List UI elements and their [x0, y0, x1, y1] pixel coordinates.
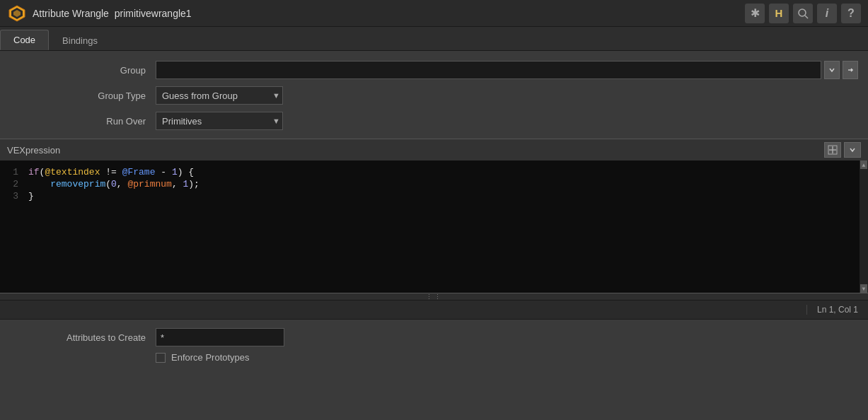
code-vscroll[interactable]: ▲ ▼	[860, 161, 868, 293]
run-over-control: Primitives Points Edges Vertices Detail …	[156, 112, 868, 130]
code-editor[interactable]: 1 if(@textindex != @Frame - 1) { 2 remov…	[0, 161, 868, 293]
group-type-row: Group Type Guess from Group Primitives P…	[0, 85, 868, 106]
run-over-row: Run Over Primitives Points Edges Vertice…	[0, 110, 868, 132]
vex-title: VEXpression	[7, 145, 60, 156]
help-icon[interactable]: ?	[841, 4, 861, 23]
code-content-2: removeprim(0, @primnum, 1);	[28, 179, 858, 189]
vex-menu-button[interactable]	[844, 142, 861, 158]
group-select-button[interactable]	[843, 61, 858, 79]
line-num-2: 2	[0, 179, 28, 189]
scroll-up-icon[interactable]: ▲	[860, 161, 867, 169]
enforce-prototypes-row: Enforce Prototypes	[156, 352, 868, 363]
group-control	[156, 61, 858, 79]
line-num-1: 1	[0, 167, 28, 177]
group-type-select-wrapper: Guess from Group Primitives Points Edges…	[156, 86, 283, 105]
group-label: Group	[0, 65, 156, 76]
enforce-prototypes-checkbox[interactable]	[156, 353, 166, 363]
run-over-select[interactable]: Primitives Points Edges Vertices Detail	[156, 112, 283, 130]
group-type-label: Group Type	[0, 91, 156, 101]
vex-header: VEXpression	[0, 139, 868, 161]
tabs-bar: Code Bindings	[0, 27, 868, 51]
resize-dots-icon: ⋮⋮	[426, 293, 443, 301]
attrs-row: Attributes to Create	[0, 328, 868, 346]
bottom-section: Attributes to Create Enforce Prototypes	[0, 320, 868, 368]
group-type-select[interactable]: Guess from Group Primitives Points Edges…	[156, 86, 283, 105]
code-content-3: }	[28, 191, 858, 202]
status-bar: Ln 1, Col 1	[0, 300, 868, 320]
tab-bindings[interactable]: Bindings	[49, 30, 111, 50]
title-bar: Attribute Wrangle primitivewrangle1 ✱ H …	[0, 0, 868, 27]
run-over-select-wrapper: Primitives Points Edges Vertices Detail …	[156, 112, 283, 130]
code-line-3: 3 }	[0, 190, 858, 202]
tab-code[interactable]: Code	[0, 30, 49, 50]
settings-icon[interactable]: ✱	[745, 4, 765, 23]
vex-header-controls	[824, 142, 861, 158]
cursor-position: Ln 1, Col 1	[817, 305, 858, 315]
run-over-label: Run Over	[0, 116, 156, 127]
vex-expand-button[interactable]	[824, 142, 841, 158]
line-num-3: 3	[0, 191, 28, 202]
app-title: Attribute Wrangle primitivewrangle1	[33, 8, 739, 19]
code-line-2: 2 removeprim(0, @primnum, 1);	[0, 178, 858, 190]
search-icon[interactable]	[793, 4, 813, 23]
code-line-1: 1 if(@textindex != @Frame - 1) {	[0, 166, 858, 178]
attrs-input-wrapper	[156, 328, 868, 346]
main-content: Group Group Type Guess from Group Primit…	[0, 51, 868, 377]
houdini-icon[interactable]: H	[769, 4, 789, 23]
status-bar-right: Ln 1, Col 1	[806, 305, 868, 315]
resize-handle[interactable]: ⋮⋮	[0, 293, 868, 300]
group-input[interactable]	[156, 61, 821, 79]
group-type-control: Guess from Group Primitives Points Edges…	[156, 86, 868, 105]
svg-point-3	[799, 9, 806, 16]
info-icon[interactable]: i	[817, 4, 837, 23]
title-bar-icons: ✱ H i ?	[745, 4, 861, 23]
group-row: Group	[0, 59, 868, 81]
group-dropdown-button[interactable]	[824, 61, 840, 79]
scroll-down-icon[interactable]: ▼	[860, 284, 867, 293]
code-content-1: if(@textindex != @Frame - 1) {	[28, 167, 858, 177]
vex-section: VEXpression 1 if(	[0, 139, 868, 300]
code-editor-wrapper: 1 if(@textindex != @Frame - 1) { 2 remov…	[0, 161, 868, 300]
svg-line-4	[805, 16, 808, 18]
attrs-label: Attributes to Create	[0, 332, 156, 343]
attrs-input[interactable]	[156, 328, 284, 346]
enforce-prototypes-label: Enforce Prototypes	[171, 352, 250, 363]
app-logo	[7, 4, 27, 23]
